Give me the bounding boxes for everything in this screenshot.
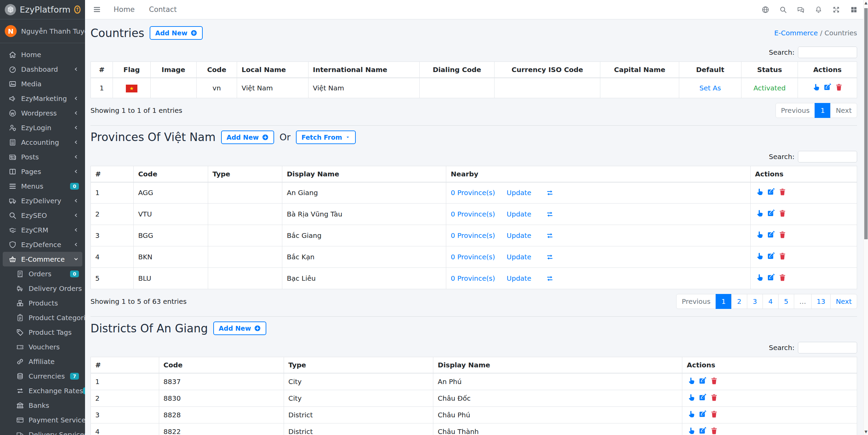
add-new-district-button[interactable]: Add New [213, 321, 266, 335]
edit-icon[interactable] [767, 188, 775, 196]
update-nearby-link[interactable]: Update [507, 210, 531, 218]
fetch-from-dropdown-button[interactable]: Fetch From [296, 130, 356, 144]
exchange-arrows-icon[interactable] [546, 275, 554, 282]
previous-page-button[interactable]: Previous [775, 103, 815, 118]
scroll-up-arrow[interactable]: ▲ [864, 1, 868, 5]
trash-icon[interactable] [710, 427, 718, 435]
trash-icon[interactable] [778, 188, 787, 196]
hand-pointer-icon[interactable] [755, 252, 764, 260]
page-3-button[interactable]: 3 [747, 294, 763, 309]
sidebar-item-ezyseo[interactable]: EzySEO [3, 208, 82, 223]
edit-icon[interactable] [767, 273, 775, 282]
sidebar-item-product-categories[interactable]: Product Categories60 [3, 310, 82, 325]
messages-icon[interactable] [797, 6, 805, 14]
sidebar-item-delivery-orders[interactable]: Delivery Orders [3, 281, 82, 296]
sidebar-item-banks[interactable]: Banks [3, 398, 82, 413]
trash-icon[interactable] [778, 209, 787, 218]
trash-icon[interactable] [710, 377, 718, 385]
sidebar-item-exchange-rates[interactable]: Exchange Rates1 [3, 383, 82, 398]
sidebar-item-wordpress[interactable]: Wordpress [3, 106, 82, 120]
edit-icon[interactable] [823, 83, 832, 91]
add-new-province-button[interactable]: Add New [221, 130, 274, 144]
navbar-link-home[interactable]: Home [114, 5, 135, 14]
trash-icon[interactable] [778, 273, 787, 282]
globe-icon[interactable] [762, 6, 769, 14]
scroll-down-arrow[interactable]: ▼ [864, 430, 868, 434]
districts-search-input[interactable] [798, 342, 857, 353]
scrollbar-thumb[interactable] [864, 8, 868, 239]
sidebar-item-home[interactable]: Home [3, 47, 82, 62]
edit-icon[interactable] [767, 230, 775, 239]
sidebar-item-ezydelivery[interactable]: EzyDelivery [3, 193, 82, 208]
navbar-link-contact[interactable]: Contact [149, 5, 177, 14]
sidebar-item-ezymarketing[interactable]: EzyMarketing [3, 91, 82, 106]
sidebar-item-ecommerce[interactable]: E-Commerce [3, 252, 82, 266]
page-5-button[interactable]: 5 [778, 294, 794, 309]
sidebar-item-accounting[interactable]: Accounting [3, 135, 82, 150]
sidebar-item-posts[interactable]: Posts [3, 150, 82, 164]
countries-search-input[interactable] [798, 47, 857, 58]
previous-page-button[interactable]: Previous [676, 294, 716, 309]
upgrade-arrow-icon[interactable]: ↑ [74, 5, 81, 14]
fullscreen-expand-icon[interactable] [832, 6, 840, 14]
breadcrumb-ecommerce-link[interactable]: E-Commerce [774, 29, 818, 37]
page-4-button[interactable]: 4 [763, 294, 779, 309]
nearby-provinces-link[interactable]: 0 Province(s) [451, 210, 495, 218]
hand-pointer-icon[interactable] [755, 230, 764, 239]
exchange-arrows-icon[interactable] [546, 253, 554, 261]
sidebar-item-menus[interactable]: Menus0 [3, 179, 82, 193]
hand-pointer-icon[interactable] [812, 83, 820, 91]
page-1-button[interactable]: 1 [815, 103, 831, 118]
trash-icon[interactable] [710, 393, 718, 402]
sidebar-item-payment-services[interactable]: Payment Services0 [3, 413, 82, 427]
edit-icon[interactable] [698, 427, 707, 435]
exchange-arrows-icon[interactable] [546, 210, 554, 218]
hand-pointer-icon[interactable] [755, 273, 764, 282]
exchange-arrows-icon[interactable] [546, 189, 554, 197]
next-page-button[interactable]: Next [830, 103, 857, 118]
sidebar-item-media[interactable]: Media [3, 76, 82, 91]
edit-icon[interactable] [767, 209, 775, 218]
sidebar-item-ezydefence[interactable]: EzyDefence [3, 237, 82, 252]
notifications-bell-icon[interactable] [815, 6, 822, 14]
hand-pointer-icon[interactable] [755, 188, 764, 196]
edit-icon[interactable] [698, 410, 707, 418]
user-panel[interactable]: N Nguyễn Thanh Tuyền [0, 19, 85, 43]
brand[interactable]: EzyPlatform ↑ [0, 0, 85, 19]
sidebar-item-affiliate[interactable]: Affiliate [3, 354, 82, 369]
sidebar-item-delivery-services[interactable]: Delivery Services0 [3, 427, 82, 435]
hand-pointer-icon[interactable] [687, 393, 695, 402]
edit-icon[interactable] [698, 377, 707, 385]
sidebar-item-products[interactable]: Products [3, 296, 82, 310]
sidebar-item-ezylogin[interactable]: EzyLogin [3, 120, 82, 135]
page-2-button[interactable]: 2 [731, 294, 747, 309]
apps-grid-icon[interactable] [850, 6, 858, 14]
set-as-default-link[interactable]: Set As [699, 84, 721, 92]
hand-pointer-icon[interactable] [687, 377, 695, 385]
nearby-provinces-link[interactable]: 0 Province(s) [451, 274, 495, 282]
sidebar-item-dashboard[interactable]: Dashboard [3, 62, 82, 76]
sidebar-item-currencies[interactable]: Currencies7 [3, 369, 82, 383]
sidebar-item-product-tags[interactable]: Product Tags [3, 325, 82, 340]
sidebar-item-ezycrm[interactable]: EzyCRM [3, 223, 82, 237]
add-new-country-button[interactable]: Add New [150, 26, 203, 40]
sidebar-item-pages[interactable]: Pages [3, 164, 82, 179]
trash-icon[interactable] [778, 230, 787, 239]
sidebar-item-orders[interactable]: Orders0 [3, 266, 82, 281]
hand-pointer-icon[interactable] [687, 427, 695, 435]
update-nearby-link[interactable]: Update [507, 189, 531, 197]
update-nearby-link[interactable]: Update [507, 231, 531, 240]
page-13-button[interactable]: 13 [811, 294, 831, 309]
nearby-provinces-link[interactable]: 0 Province(s) [451, 253, 495, 261]
sidebar-item-vouchers[interactable]: Vouchers [3, 340, 82, 354]
edit-icon[interactable] [698, 393, 707, 402]
trash-icon[interactable] [710, 410, 718, 418]
edit-icon[interactable] [767, 252, 775, 260]
hamburger-menu-icon[interactable] [93, 5, 101, 14]
search-icon[interactable] [779, 6, 787, 14]
hand-pointer-icon[interactable] [755, 209, 764, 218]
next-page-button[interactable]: Next [830, 294, 857, 309]
nearby-provinces-link[interactable]: 0 Province(s) [451, 189, 495, 197]
update-nearby-link[interactable]: Update [507, 274, 531, 282]
hand-pointer-icon[interactable] [687, 410, 695, 418]
